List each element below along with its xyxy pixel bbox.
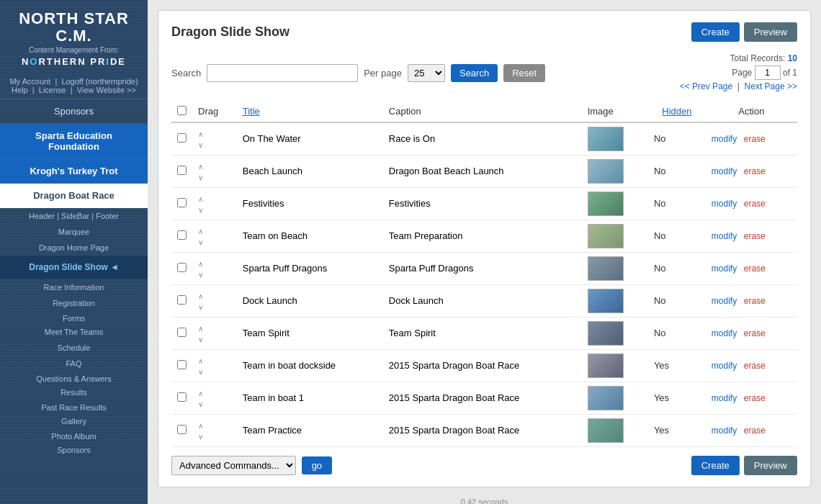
row-checkbox[interactable] (177, 392, 187, 402)
drag-handle[interactable]: ∧∨ (198, 195, 203, 214)
erase-link[interactable]: erase (744, 264, 766, 274)
preview-button-bottom[interactable]: Preview (744, 456, 797, 475)
sidebar-item-meet-the-teams[interactable]: Meet The Teams (0, 324, 148, 340)
drag-handle[interactable]: ∧∨ (198, 130, 203, 149)
col-hidden[interactable]: Hidden (648, 102, 706, 122)
advanced-select[interactable]: Advanced Commands... (171, 456, 296, 475)
row-caption: Dock Launch (383, 284, 582, 317)
drag-handle[interactable]: ∧∨ (198, 422, 203, 441)
reset-button[interactable]: Reset (503, 64, 545, 82)
search-button[interactable]: Search (451, 64, 498, 82)
row-title: Team Practice (237, 414, 383, 446)
sidebar-item-dragon-slide-show[interactable]: Dragon Slide Show ◄ (0, 256, 148, 279)
row-checkbox[interactable] (177, 133, 187, 143)
go-button[interactable]: go (302, 456, 332, 474)
sidebar-item-dragon-boat-race[interactable]: Dragon Boat Race (0, 184, 148, 208)
sidebar-item-kroghs-turkey-trot[interactable]: Krogh's Turkey Trot (0, 159, 148, 184)
bottom-bar: Advanced Commands... go Create Preview (171, 456, 797, 475)
search-input[interactable] (207, 64, 358, 82)
sidebar-item-sponsors[interactable]: Sponsors (0, 99, 148, 124)
row-actions: modify erase (706, 187, 797, 220)
modify-link[interactable]: modify (712, 199, 737, 209)
drag-handle[interactable]: ∧∨ (198, 390, 203, 408)
sidebar-item-questions-answers[interactable]: Questions & Answers (0, 372, 148, 384)
my-account-link[interactable]: My Account (9, 77, 50, 86)
modify-link[interactable]: modify (712, 296, 737, 306)
row-title: Team in boat 1 (237, 382, 383, 414)
modify-link[interactable]: modify (712, 166, 737, 176)
row-checkbox[interactable] (177, 263, 187, 272)
sidebar-item-past-race-results[interactable]: Past Race Results (0, 400, 148, 413)
modify-link[interactable]: modify (712, 426, 737, 436)
content-header: Dragon Slide Show Create Preview (171, 22, 797, 42)
row-hidden: Yes (648, 382, 706, 414)
sidebar-item-marquee[interactable]: Marquee (0, 224, 148, 240)
modify-link[interactable]: modify (712, 361, 737, 371)
row-checkbox[interactable] (177, 328, 187, 337)
select-all-checkbox[interactable] (177, 106, 187, 115)
sidebar-item-photo-album[interactable]: Photo Album (0, 429, 148, 442)
modify-link[interactable]: modify (712, 264, 737, 274)
modify-link[interactable]: modify (712, 134, 737, 144)
drag-handle[interactable]: ∧∨ (198, 228, 203, 246)
sidebar-item-schedule[interactable]: Schedule (0, 340, 148, 356)
erase-link[interactable]: erase (744, 296, 766, 306)
next-page-link[interactable]: Next Page >> (745, 81, 797, 91)
erase-link[interactable]: erase (744, 231, 766, 241)
erase-link[interactable]: erase (744, 199, 766, 209)
drag-handle[interactable]: ∧∨ (198, 260, 203, 279)
row-checkbox[interactable] (177, 425, 187, 434)
page-number-input[interactable] (755, 66, 781, 80)
drag-handle[interactable]: ∧∨ (198, 292, 203, 311)
row-caption: Team Spirit (383, 317, 582, 349)
col-title[interactable]: Title (237, 102, 383, 122)
row-checkbox[interactable] (177, 198, 187, 207)
erase-link[interactable]: erase (744, 426, 766, 436)
content-box: Dragon Slide Show Create Preview Search … (158, 10, 811, 487)
row-checkbox[interactable] (177, 295, 187, 305)
logoff-link[interactable]: Logoff (northernpride) (61, 77, 138, 86)
row-actions: modify erase (706, 284, 797, 317)
row-caption: Sparta Puff Dragons (383, 252, 582, 284)
sidebar-item-forms[interactable]: Forms (0, 311, 148, 324)
erase-link[interactable]: erase (744, 166, 766, 176)
view-website-link[interactable]: View Website >> (77, 86, 136, 94)
row-actions: modify erase (706, 382, 797, 414)
modify-link[interactable]: modify (712, 393, 737, 403)
row-checkbox[interactable] (177, 230, 187, 240)
erase-link[interactable]: erase (744, 393, 766, 403)
license-link[interactable]: License (39, 86, 66, 94)
help-link[interactable]: Help (12, 86, 28, 94)
drag-handle[interactable]: ∧∨ (198, 357, 203, 376)
drag-handle[interactable]: ∧∨ (198, 325, 203, 343)
sidebar-item-header-sidebar-footer[interactable]: Header | SideBar | Footer (0, 208, 148, 224)
prev-page-link[interactable]: << Prev Page (680, 81, 732, 91)
erase-link[interactable]: erase (744, 328, 766, 338)
row-hidden: No (648, 220, 706, 252)
erase-link[interactable]: erase (744, 134, 766, 144)
sidebar-item-sparta-education[interactable]: Sparta Education Foundation (0, 124, 148, 159)
create-button-top[interactable]: Create (691, 22, 740, 42)
row-caption: 2015 Sparta Dragon Boat Race (383, 382, 582, 414)
row-image (588, 224, 624, 248)
sidebar-item-registration[interactable]: Registration (0, 295, 148, 311)
row-checkbox[interactable] (177, 166, 187, 175)
row-checkbox[interactable] (177, 360, 187, 369)
drag-handle[interactable]: ∧∨ (198, 163, 203, 181)
erase-link[interactable]: erase (744, 361, 766, 371)
modify-link[interactable]: modify (712, 231, 737, 241)
row-image (588, 386, 624, 410)
row-caption: 2015 Sparta Dragon Boat Race (383, 414, 582, 446)
sidebar-item-gallery[interactable]: Gallery (0, 413, 148, 429)
col-drag: Drag (192, 102, 237, 122)
sidebar-item-faq[interactable]: FAQ (0, 356, 148, 372)
preview-button-top[interactable]: Preview (744, 22, 797, 42)
create-button-bottom[interactable]: Create (691, 456, 740, 475)
sidebar-item-sponsors-bottom[interactable]: Sponsors (0, 442, 148, 458)
sidebar-item-results[interactable]: Results (0, 384, 148, 400)
sidebar-item-race-information[interactable]: Race Information (0, 279, 148, 295)
per-page-select[interactable]: 25 10 50 100 (408, 64, 445, 82)
modify-link[interactable]: modify (712, 328, 737, 338)
advanced-commands-area: Advanced Commands... go (171, 456, 332, 475)
sidebar-item-dragon-home-page[interactable]: Dragon Home Page (0, 240, 148, 256)
